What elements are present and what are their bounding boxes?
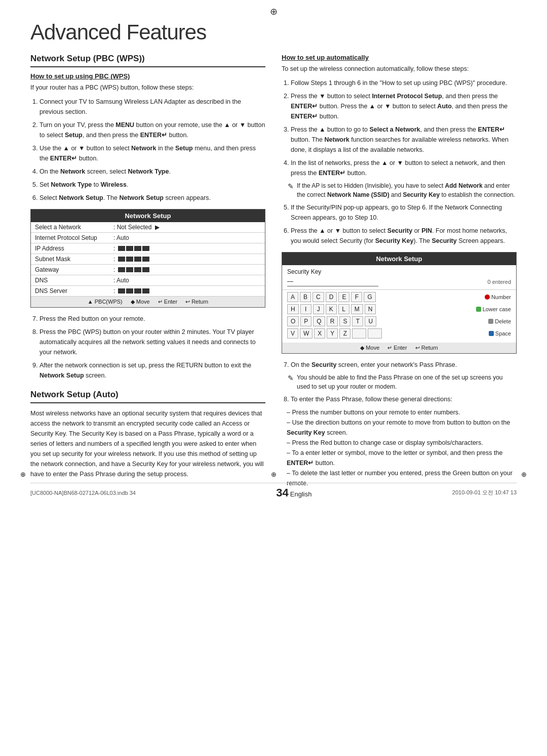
right-step-5: If the Security/PIN pop-up appears, go t… [291,202,517,223]
right-steps-list-4: To enter the Pass Phrase, follow these g… [282,394,517,404]
network-setup-box: Network Setup Select a Network : Not Sel… [30,209,265,308]
note-icon-2: ✎ [288,373,294,391]
key-H[interactable]: H [287,304,299,314]
security-footer: ◆ Move ↵ Enter ↩ Return [282,343,516,353]
row-label-ip-setup: Internet Protocol Setup [35,234,113,241]
key-J[interactable]: J [313,304,324,314]
network-row-gateway: Gateway : [31,265,265,275]
steps-list: Connect your TV to Samsung Wireless LAN … [30,97,265,203]
security-key-input[interactable]: — [287,277,378,286]
page: ⊕ Advanced Features Network Setup (PBC (… [0,0,547,509]
note-icon-1: ✎ [288,181,294,199]
key-Z[interactable]: Z [339,328,350,339]
sec-footer-enter: ↵ Enter [387,345,407,351]
note-box-1: ✎ If the AP is set to Hidden (Invisible)… [288,181,517,199]
step-9: After the network connection is set up, … [40,360,265,381]
right-step-6: Press the ▲ or ▼ button to select Securi… [291,226,517,246]
key-S[interactable]: S [339,316,350,326]
row-value-subnet: : [113,256,261,263]
network-setup-footer: ▲ PBC(WPS) ◆ Move ↵ Enter ↩ Return [31,297,265,307]
key-grid: A B C D E F G Number H I [282,290,516,343]
section2-body: Most wireless networks have an optional … [30,408,265,479]
step-2: Turn on your TV, press the MENU button o… [40,120,265,140]
network-row-ip-setup: Internet Protocol Setup : Auto [31,233,265,243]
label-space: Space [489,330,511,337]
key-E[interactable]: E [338,292,349,302]
key-blank2[interactable] [368,328,382,339]
step-4: On the Network screen, select Network Ty… [40,166,265,177]
sec-footer-return: ↩ Return [415,345,438,351]
key-A[interactable]: A [287,292,298,302]
left-compass-icon: ⊕ [20,471,26,478]
dir-4: To a enter letter or symbol, move to the… [287,448,517,468]
footer-file-info: [UC8000-NA]BN68-02712A-06L03.indb 34 [30,490,136,496]
key-O[interactable]: O [287,316,299,326]
right-steps-list-3: On the Security screen, enter your netwo… [282,360,517,370]
network-row-dns: DNS : Auto [31,275,265,286]
key-Q[interactable]: Q [313,316,325,326]
note-text-1: If the AP is set to Hidden (Invisible), … [297,181,517,199]
network-setup-header: Network Setup [31,209,265,222]
right-step-3: Press the ▲ button to go to Select a Net… [291,124,517,155]
security-setup-box: Network Setup Security Key — 0 entered A… [282,252,517,354]
footer-pbc: ▲ PBC(WPS) [88,299,123,305]
right-subsection-title: How to set up automatically [282,54,517,61]
row-label-ip: IP Address [35,245,113,252]
key-G[interactable]: G [364,292,375,302]
section1-title: Network Setup (PBC (WPS)) [30,54,265,67]
label-lowercase: Lower case [476,306,511,312]
row-label-dns-server: DNS Server [35,287,113,295]
row-value-select: : Not Selected ▶ [113,224,261,231]
key-L[interactable]: L [338,304,349,314]
row-label-dns: DNS [35,277,113,284]
step-5: Set Network Type to Wireless. [40,180,265,190]
right-steps-list: Follow Steps 1 through 6 in the "How to … [282,78,517,178]
key-N[interactable]: N [365,304,376,314]
row-label-subnet: Subnet Mask [35,256,113,263]
key-blank1[interactable] [352,328,366,339]
security-header: Network Setup [282,253,516,265]
key-row-3: O P Q R S T U Delete [287,316,511,326]
key-T[interactable]: T [352,316,363,326]
page-number-block: 34 English [276,486,311,499]
row-label-select: Select a Network [35,224,113,231]
key-row-3-keys: O P Q R S T U [287,316,376,326]
footer-move: ◆ Move [131,299,150,305]
right-step-8: To enter the Pass Phrase, follow these g… [291,394,517,404]
security-key-field: — 0 entered [282,276,516,290]
key-U[interactable]: U [365,316,376,326]
key-W[interactable]: W [300,328,312,339]
key-C[interactable]: C [312,292,324,302]
key-V[interactable]: V [287,328,298,339]
key-row-4: V W X Y Z Space [287,328,511,339]
key-row-4-keys: V W X Y Z [287,328,382,339]
footer-return: ↩ Return [185,299,208,305]
page-label: English [290,490,312,498]
key-Y[interactable]: Y [327,328,338,339]
page-title: Advanced Features [30,20,517,45]
step-8: Press the PBC (WPS) button on your route… [40,327,265,357]
key-M[interactable]: M [351,304,363,314]
key-R[interactable]: R [327,316,338,326]
row-value-dns-server: : [113,287,261,295]
key-F[interactable]: F [351,292,362,302]
steps-list-continued: Press the Red button on your remote. Pre… [30,314,265,381]
key-D[interactable]: D [326,292,337,302]
key-row-1-keys: A B C D E F G [287,292,376,302]
security-key-label-row: Security Key [282,265,516,276]
page-number: 34 [276,486,288,499]
sec-footer-move: ◆ Move [360,345,379,351]
security-key-dash: — [287,278,293,285]
key-K[interactable]: K [326,304,337,314]
label-number: Number [485,294,511,300]
network-row-subnet: Subnet Mask : [31,254,265,265]
step-3: Use the ▲ or ▼ button to select Network … [40,143,265,163]
subsection1-title: How to set up using PBC (WPS) [30,72,265,80]
key-B[interactable]: B [300,292,311,302]
key-I[interactable]: I [300,304,311,314]
dir-1: Press the number buttons on your remote … [287,407,517,417]
key-X[interactable]: X [314,328,325,339]
key-P[interactable]: P [300,316,311,326]
network-row-dns-server: DNS Server : [31,286,265,297]
right-intro: To set up the wireless connection automa… [282,64,517,74]
